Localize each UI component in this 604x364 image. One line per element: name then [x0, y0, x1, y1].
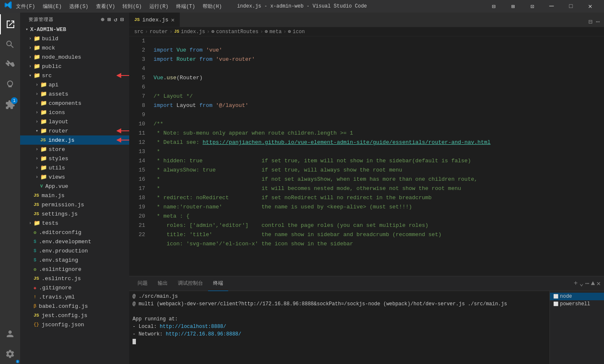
- new-file-icon[interactable]: ⊕: [101, 16, 104, 23]
- list-item[interactable]: › ⚙ .eslintignore: [20, 265, 129, 274]
- close-button[interactable]: ✕: [581, 0, 600, 13]
- list-item[interactable]: › 📁 icons: [20, 108, 129, 117]
- tab-output[interactable]: 输出: [153, 276, 173, 291]
- tab-js-icon: JS: [134, 17, 140, 22]
- title-bar-left: [4, 1, 13, 12]
- activity-icon-account[interactable]: [0, 324, 20, 344]
- list-item[interactable]: › JS settings.js: [20, 209, 129, 218]
- list-item[interactable]: › 📁 layout: [20, 117, 129, 126]
- list-item[interactable]: › 📁 tests: [20, 218, 129, 228]
- list-item[interactable]: › JS .eslintrc.js: [20, 274, 129, 283]
- list-item[interactable]: › 📁 components: [20, 99, 129, 108]
- add-terminal-icon[interactable]: +: [574, 280, 578, 287]
- panel-close-icon[interactable]: ✕: [596, 279, 601, 288]
- tab-close-icon[interactable]: ✕: [171, 16, 174, 23]
- menu-help[interactable]: 帮助(H): [199, 2, 225, 11]
- main-area: JS index.js ✕ ⊟ ⋯ src › router › JS inde…: [129, 13, 604, 364]
- list-item[interactable]: › 📁 mock: [20, 43, 129, 52]
- list-item[interactable]: › 📁 assets: [20, 89, 129, 99]
- breadcrumb-sep4: ›: [260, 29, 263, 35]
- menu-terminal[interactable]: 终端(T): [173, 2, 199, 11]
- line-numbers: 12345 678910 1112131415 1617181920 2122: [129, 36, 150, 276]
- breadcrumb-constant-routes[interactable]: constantRoutes: [216, 29, 258, 35]
- panel-content: @ ./src/main.js @ multi (webpack)-dev-se…: [129, 291, 604, 364]
- layout-icon[interactable]: ⊟: [484, 0, 503, 13]
- menu-run[interactable]: 运行(R): [146, 2, 172, 11]
- breadcrumb-symbol2: ⊙: [265, 29, 268, 35]
- terminal-tab-node[interactable]: ⬜ node: [550, 293, 604, 300]
- list-item-router[interactable]: ▾ 📁 router: [20, 126, 129, 135]
- breadcrumb-icon[interactable]: icon: [293, 29, 305, 35]
- layout-icon2[interactable]: ⊞: [503, 0, 523, 13]
- list-item[interactable]: › $ .env.development: [20, 237, 129, 246]
- root-folder-label: X-ADMIN-WEB: [30, 26, 66, 33]
- activity-icon-settings[interactable]: 1: [0, 344, 20, 364]
- split-editor-icon[interactable]: ⊟: [588, 17, 594, 27]
- list-item[interactable]: › V App.vue: [20, 182, 129, 191]
- list-item[interactable]: › JS jest.config.js: [20, 311, 129, 320]
- list-item[interactable]: › JS permission.js: [20, 200, 129, 209]
- list-item[interactable]: › 📁 views: [20, 172, 129, 182]
- breadcrumb-sep5: ›: [283, 29, 286, 35]
- activity-icon-git[interactable]: [0, 55, 20, 75]
- terminal-area[interactable]: @ ./src/main.js @ multi (webpack)-dev-se…: [129, 291, 549, 364]
- panel-more-icon[interactable]: ⋯: [585, 279, 589, 288]
- list-item[interactable]: › 📁 public: [20, 62, 129, 71]
- activity-icon-extensions[interactable]: 1: [0, 95, 20, 115]
- menu-file[interactable]: 文件(F): [13, 2, 39, 11]
- list-item[interactable]: › ◈ .gitignore: [20, 283, 129, 292]
- panel-menu-icon[interactable]: ⌄: [579, 279, 583, 288]
- tab-problems[interactable]: 问题: [133, 276, 153, 291]
- app-container: 1 1 资源管理器 ⊕ ⊞ ↺ ⊟: [0, 13, 604, 364]
- tree-root[interactable]: ▾ X-ADMIN-WEB: [20, 25, 129, 34]
- breadcrumb-src[interactable]: src: [134, 29, 143, 35]
- breadcrumb-file[interactable]: index.js: [181, 29, 205, 35]
- panel-maximize-icon[interactable]: ▲: [591, 280, 595, 287]
- breadcrumb-symbol1: ⊙: [211, 29, 214, 35]
- activity-icon-debug[interactable]: [0, 75, 20, 95]
- menu-goto[interactable]: 转到(G): [119, 2, 145, 11]
- terminal-line: - Network: http://172.16.88.96:8888/: [133, 330, 546, 338]
- more-actions-icon[interactable]: ⋯: [595, 17, 601, 27]
- tab-index-js[interactable]: JS index.js ✕: [129, 13, 180, 27]
- minimize-button[interactable]: ─: [542, 0, 561, 13]
- tab-bar-actions: ⊟ ⋯: [588, 17, 604, 27]
- list-item[interactable]: › 📁 utils: [20, 163, 129, 172]
- list-item[interactable]: › ! .travis.yml: [20, 292, 129, 302]
- layout-icon3[interactable]: ⊡: [523, 0, 542, 13]
- menu-edit[interactable]: 编辑(E): [39, 2, 65, 11]
- list-item[interactable]: › JS main.js: [20, 191, 129, 200]
- menu-view[interactable]: 查看(V): [93, 2, 119, 11]
- code-content[interactable]: import Vue from 'vue' import Router from…: [150, 36, 604, 276]
- breadcrumb-meta[interactable]: meta: [270, 29, 282, 35]
- list-item-index-js[interactable]: JS index.js: [20, 135, 129, 145]
- list-item[interactable]: › 📁 build: [20, 34, 129, 43]
- menu-select[interactable]: 选择(S): [66, 2, 92, 11]
- new-folder-icon[interactable]: ⊞: [107, 16, 111, 23]
- tab-label: index.js: [142, 17, 168, 23]
- list-item[interactable]: › β babel.config.js: [20, 302, 129, 311]
- list-item-src[interactable]: ▾ 📁 src: [20, 71, 129, 80]
- list-item[interactable]: › $ .env.production: [20, 246, 129, 255]
- refresh-icon[interactable]: ↺: [114, 16, 117, 23]
- breadcrumb-router[interactable]: router: [150, 29, 168, 35]
- tab-debug-console[interactable]: 调试控制台: [173, 276, 208, 291]
- local-url-link[interactable]: http://localhost:8888/: [160, 324, 226, 330]
- activity-icon-search[interactable]: [0, 34, 20, 55]
- list-item[interactable]: › 📁 node_modules: [20, 52, 129, 62]
- collapse-icon[interactable]: ⊟: [120, 16, 124, 23]
- maximize-button[interactable]: □: [561, 0, 581, 13]
- tab-terminal[interactable]: 终端: [208, 276, 228, 291]
- terminal-tab-powershell[interactable]: ⬜ powershell: [550, 300, 604, 308]
- title-bar-controls: ⊟ ⊞ ⊡ ─ □ ✕: [484, 0, 600, 13]
- list-item[interactable]: › 📁 styles: [20, 154, 129, 163]
- list-item[interactable]: › 📁 store: [20, 145, 129, 154]
- network-url-link[interactable]: http://172.16.88.96:8888/: [166, 331, 241, 337]
- list-item[interactable]: › 📁 api: [20, 80, 129, 89]
- activity-icon-explorer[interactable]: [0, 14, 20, 34]
- vscode-logo: [4, 1, 13, 12]
- list-item[interactable]: › $ .env.staging: [20, 255, 129, 265]
- list-item[interactable]: › ⚙ .editorconfig: [20, 228, 129, 237]
- list-item[interactable]: › {} jsconfig.json: [20, 320, 129, 329]
- sidebar: 资源管理器 ⊕ ⊞ ↺ ⊟ ▾ X-ADMIN-WEB › 📁 build: [20, 13, 129, 364]
